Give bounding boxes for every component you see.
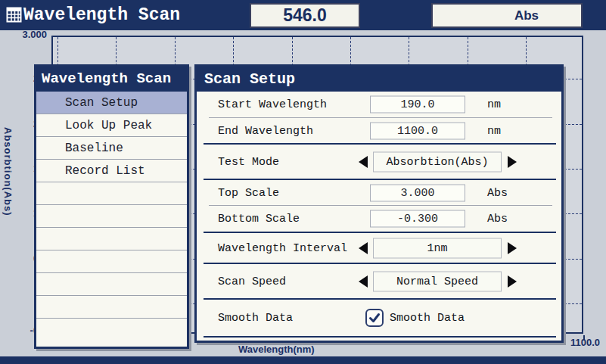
end-wavelength-row: End Wavelength 1100.0 nm [197,118,561,143]
end-wavelength-input[interactable]: 1100.0 [370,122,465,139]
menu-empty-row [36,182,187,205]
top-scale-row: Top Scale 3.000 Abs [197,180,561,205]
top-scale-unit: Abs [487,186,508,199]
bottom-scale-row: Bottom Scale -0.300 Abs [197,206,561,232]
menu-item-baseline[interactable]: Baseline [36,137,187,160]
menu-empty-row [36,228,187,250]
y-tick-label: 3.000 [0,30,47,40]
start-wavelength-row: Start Wavelength 190.0 nm [197,92,561,117]
menu-empty-row [36,273,187,296]
start-wavelength-label: Start Wavelength [218,98,327,111]
x-axis-title: Wavelength(nm) [238,344,315,355]
scan-speed-prev-arrow-icon[interactable] [359,275,368,288]
end-wavelength-unit: nm [487,124,501,137]
wavelength-scan-menu-panel: Wavelength Scan Scan Setup Look Up Peak … [34,64,189,349]
test-mode-label: Test Mode [218,155,279,168]
app-title: Wavelength Scan [23,0,180,30]
top-scale-label: Top Scale [218,186,279,199]
scan-speed-row: Scan Speed Normal Speed [197,264,561,298]
current-wavelength-display: 546.0 nm [250,3,360,28]
smooth-data-checkbox[interactable] [365,309,384,327]
scan-setup-panel: Scan Setup Start Wavelength 190.0 nm End… [194,64,564,343]
title-bar: Wavelength Scan 546.0 nm Abs [0,0,606,30]
menu-empty-row [36,296,187,319]
setup-panel-title: Scan Setup [197,67,561,92]
table-grid-icon [6,7,22,23]
menu-item-look-up-peak[interactable]: Look Up Peak [36,114,187,137]
scan-speed-next-arrow-icon[interactable] [508,275,517,288]
menu-item-record-list[interactable]: Record List [36,160,187,182]
bottom-scale-input[interactable]: -0.300 [370,210,465,228]
interval-prev-arrow-icon[interactable] [359,242,368,254]
bottom-scale-label: Bottom Scale [218,213,300,226]
bottom-scale-unit: Abs [487,213,508,226]
interval-next-arrow-icon[interactable] [508,242,517,254]
menu-item-scan-setup[interactable]: Scan Setup [36,92,187,114]
start-wavelength-unit: nm [487,98,501,111]
end-wavelength-label: End Wavelength [218,124,313,137]
scan-speed-select[interactable]: Normal Speed [373,271,502,291]
smooth-data-checkbox-label: Smooth Data [390,312,465,325]
menu-empty-row [36,205,187,228]
smooth-data-label: Smooth Data [218,312,293,325]
scan-speed-label: Scan Speed [218,275,286,288]
mode-value: Abs [514,8,539,23]
test-mode-next-arrow-icon[interactable] [508,156,517,168]
menu-empty-row [36,250,187,273]
photometric-mode-display: Abs [431,3,583,28]
bottom-bar [0,356,606,364]
wavelength-value: 546.0 [283,5,327,26]
instrument-screen: Absorbtion(Abs) 3.000 2.5 2.0 1.5 1.0 0.… [0,0,606,364]
start-wavelength-input[interactable]: 190.0 [370,96,465,114]
wavelength-interval-row: Wavelength Interval 1nm [197,233,561,263]
wavelength-interval-label: Wavelength Interval [218,241,347,254]
top-scale-input[interactable]: 3.000 [370,184,465,201]
test-mode-select[interactable]: Absorbtion(Abs) [373,151,502,172]
menu-panel-title: Wavelength Scan [36,67,187,92]
test-mode-prev-arrow-icon[interactable] [359,156,368,168]
test-mode-row: Test Mode Absorbtion(Abs) [197,145,561,179]
divider [204,336,556,338]
check-icon [368,311,381,325]
smooth-data-row: Smooth Data Smooth Data [197,300,561,336]
wavelength-interval-select[interactable]: 1nm [373,238,502,258]
